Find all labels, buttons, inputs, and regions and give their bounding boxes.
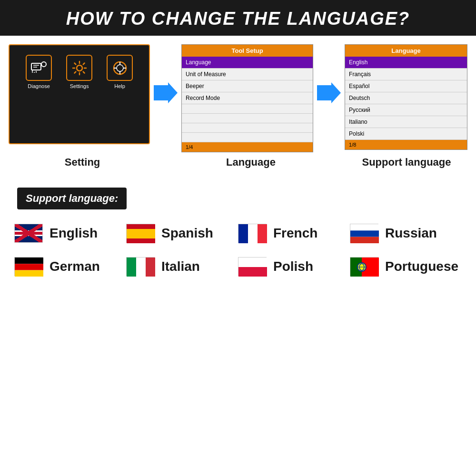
svg-rect-32 <box>15 270 43 277</box>
menu-language: Language <box>182 57 313 69</box>
flag-pl <box>238 257 267 276</box>
lang-row-1: English Spanish French <box>14 224 462 243</box>
lang-entry-polish: Polish <box>238 257 350 276</box>
lang-name-german: German <box>50 259 100 274</box>
fr-flag-svg <box>238 224 267 243</box>
svg-rect-26 <box>258 224 267 243</box>
svg-rect-23 <box>127 229 155 238</box>
diagnose-icon-item: Diagnose <box>26 55 52 89</box>
svg-rect-19 <box>26 224 32 243</box>
lang-entry-french: French <box>238 224 350 243</box>
step1-label: Setting <box>9 156 156 169</box>
flag-it <box>126 257 155 276</box>
svg-rect-34 <box>136 258 146 277</box>
lang-row-2: German Italian Polish <box>14 257 462 276</box>
arrow-2 <box>313 82 345 103</box>
svg-rect-0 <box>31 63 41 70</box>
menu-beeper: Beeper <box>182 80 313 92</box>
lang-english: English <box>345 57 467 69</box>
menu-empty-3 <box>182 123 313 133</box>
language-header: Language <box>345 45 467 57</box>
lang-name-spanish: Spanish <box>161 226 213 241</box>
es-flag-svg <box>127 224 155 243</box>
lang-entry-italian: Italian <box>126 257 238 276</box>
support-bar: Support language: <box>17 188 127 209</box>
svg-rect-29 <box>350 237 379 243</box>
arrow-1 <box>150 82 181 103</box>
svg-rect-35 <box>146 258 155 277</box>
lang-spanish: Español <box>345 80 467 92</box>
help-label: Help <box>114 83 125 89</box>
it-flag-svg <box>127 258 155 277</box>
labels-row: Setting Language Support language <box>0 152 476 169</box>
svg-rect-24 <box>238 224 248 243</box>
settings-icon-box <box>66 55 92 81</box>
help-icon <box>111 60 129 77</box>
menu-empty-1 <box>182 104 313 114</box>
svg-rect-28 <box>350 230 379 237</box>
arrow-icon-2 <box>317 82 341 103</box>
svg-point-4 <box>77 65 82 71</box>
support-bar-wrapper: Support language: <box>0 169 476 209</box>
flag-fr <box>238 224 267 243</box>
lang-name-french: French <box>273 226 317 241</box>
menu-record: Record Mode <box>182 92 313 104</box>
diagnose-icon-box <box>26 55 52 81</box>
lang-name-polish: Polish <box>273 259 313 274</box>
settings-icon <box>71 60 88 77</box>
lang-entry-russian: Russian <box>350 224 462 243</box>
lang-entry-portuguese: Portuguese <box>350 257 462 276</box>
svg-rect-18 <box>15 231 43 237</box>
diagnose-icon <box>30 60 48 77</box>
lang-polish: Polski <box>345 128 467 140</box>
menu-unit: Unit of Measure <box>182 69 313 80</box>
language-panel: Language English Français Español Deutsc… <box>345 44 467 150</box>
lang-entry-english: English <box>14 224 126 243</box>
tool-setup-header: Tool Setup <box>182 45 313 57</box>
flag-de <box>14 257 43 276</box>
help-icon-item: Help <box>107 55 133 89</box>
svg-rect-37 <box>238 267 267 277</box>
settings-screen-panel: Diagnose Settings <box>9 44 150 144</box>
lang-german: Deutsch <box>345 92 467 104</box>
svg-rect-13 <box>15 224 43 243</box>
menu-empty-4 <box>182 133 313 142</box>
lang-entry-spanish: Spanish <box>126 224 238 243</box>
svg-rect-31 <box>15 264 43 270</box>
step2-label: Language <box>182 156 320 169</box>
lang-entry-german: German <box>14 257 126 276</box>
svg-line-15 <box>15 224 43 243</box>
svg-rect-30 <box>15 258 43 264</box>
svg-rect-36 <box>238 258 267 267</box>
settings-icon-item: Settings <box>66 55 92 89</box>
lang-name-portuguese: Portuguese <box>385 259 458 274</box>
lang-french: Français <box>345 69 467 80</box>
language-grid: English Spanish French <box>0 209 476 290</box>
flag-ru <box>350 224 378 243</box>
flag-pt <box>350 257 378 276</box>
step3-label: Support language <box>346 156 467 169</box>
svg-rect-25 <box>248 224 258 243</box>
lang-name-english: English <box>50 226 98 241</box>
svg-rect-33 <box>127 258 136 277</box>
language-page: 1/8 <box>345 140 467 149</box>
svg-line-17 <box>15 224 43 243</box>
svg-rect-20 <box>15 232 43 236</box>
support-bar-label: Support language: <box>26 192 118 204</box>
lang-name-italian: Italian <box>161 259 200 274</box>
svg-rect-27 <box>350 224 379 230</box>
ru-flag-svg <box>350 224 379 243</box>
tool-setup-page: 1/4 <box>182 142 313 152</box>
diagnose-label: Diagnose <box>28 83 50 89</box>
tutorial-panels: Diagnose Settings <box>0 36 476 152</box>
help-icon-box <box>107 55 133 81</box>
page-title: HOW TO CHANGE THE LANGUAGE? <box>0 9 476 29</box>
svg-marker-11 <box>154 82 178 103</box>
svg-point-6 <box>117 65 123 71</box>
arrow-icon-1 <box>154 82 178 103</box>
pl-flag-svg <box>238 258 267 277</box>
menu-empty-2 <box>182 114 313 123</box>
lang-russian: Русский <box>345 104 467 116</box>
svg-line-14 <box>15 224 43 243</box>
uk-flag-svg <box>15 224 43 243</box>
